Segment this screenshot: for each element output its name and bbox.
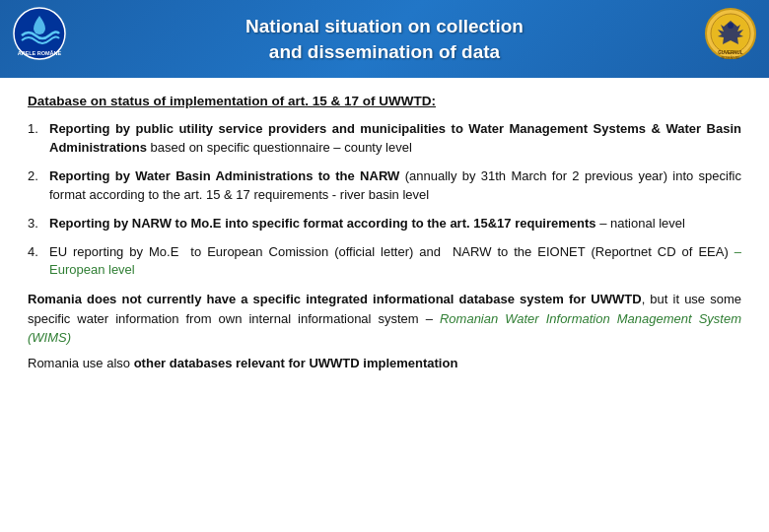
svg-text:ROMÂNIEI: ROMÂNIEI — [722, 54, 740, 59]
gov-logo-icon: GUVERNUL ROMÂNIEI — [704, 7, 757, 60]
item-list: 1. Reporting by public utility service p… — [28, 120, 741, 280]
item-text: Reporting by NARW to Mo.E into specific … — [49, 215, 741, 233]
list-item: 1. Reporting by public utility service p… — [28, 120, 741, 158]
footer-para2: Romania use also other databases relevan… — [28, 354, 741, 373]
item-text: Reporting by Water Basin Administrations… — [49, 167, 741, 205]
svg-text:APELE ROMÂNE: APELE ROMÂNE — [18, 50, 62, 56]
footer-bold-text: Romania does not currently have a specif… — [28, 292, 642, 306]
item-number: 1. — [28, 120, 49, 136]
header: APELE ROMÂNE National situation on colle… — [0, 0, 769, 78]
svg-point-4 — [728, 23, 734, 29]
item-number: 2. — [28, 167, 49, 183]
item-normal-text: EU reporting by Mo.E to European Comissi… — [49, 244, 729, 259]
item-bold-text: Reporting by Water Basin Administrations… — [49, 168, 399, 183]
svg-text:GUVERNUL: GUVERNUL — [718, 50, 743, 55]
footer-para1: Romania does not currently have a specif… — [28, 290, 741, 348]
item-text: Reporting by public utility service prov… — [49, 120, 741, 158]
apele-romane-logo-icon: APELE ROMÂNE — [12, 6, 67, 61]
item-text: EU reporting by Mo.E to European Comissi… — [49, 243, 741, 281]
logo-right: GUVERNUL ROMÂNIEI — [702, 6, 759, 60]
db-title: Database on status of implementation of … — [28, 94, 741, 108]
list-item: 2. Reporting by Water Basin Administrati… — [28, 167, 741, 205]
logo-left: APELE ROMÂNE — [10, 6, 69, 60]
title-line2: and dissemination of data — [269, 41, 500, 62]
footer-bold-text2: other databases relevant for UWWTD imple… — [134, 356, 458, 370]
content-area: Database on status of implementation of … — [0, 78, 769, 390]
item-number: 4. — [28, 243, 49, 259]
footer-normal-text2: Romania use also — [28, 356, 134, 370]
item-bold-text: Reporting by NARW to Mo.E into specific … — [49, 216, 596, 231]
footer-block: Romania does not currently have a specif… — [28, 290, 741, 372]
item-normal-text: based on specific questionnaire – county… — [151, 140, 412, 155]
title-line1: National situation on collection — [245, 16, 524, 36]
list-item: 3. Reporting by NARW to Mo.E into specif… — [28, 215, 741, 233]
item-number: 3. — [28, 215, 49, 231]
item-normal-text: – national level — [599, 216, 685, 231]
list-item: 4. EU reporting by Mo.E to European Comi… — [28, 243, 741, 281]
header-title: National situation on collection and dis… — [79, 14, 690, 64]
slide: APELE ROMÂNE National situation on colle… — [0, 0, 769, 532]
